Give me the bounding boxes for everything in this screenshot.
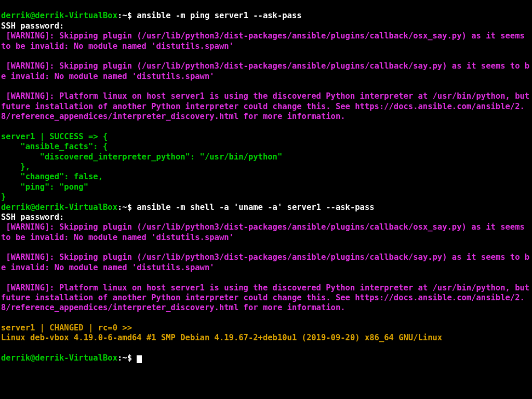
prompt-path: ~ — [122, 353, 127, 363]
prompt-sep: : — [117, 11, 122, 20]
warning-say-2: [WARNING]: Skipping plugin (/usr/lib/pyt… — [1, 252, 529, 272]
prompt-user-host: derrik@derrik-VirtualBox — [1, 11, 117, 20]
terminal-output[interactable]: derrik@derrik-VirtualBox:~$ ansible -m p… — [0, 0, 532, 365]
cursor[interactable] — [137, 355, 141, 364]
ssh-password-prompt: SSH password: — [1, 21, 64, 31]
ansible-success-output: server1 | SUCCESS => { "ansible_facts": … — [1, 132, 282, 202]
prompt-dollar: $ — [127, 203, 137, 212]
spacer — [1, 91, 6, 101]
warning-osx-say-2: [WARNING]: Skipping plugin (/usr/lib/pyt… — [1, 222, 529, 242]
uname-output: Linux deb-vbox 4.19.0-6-amd64 #1 SMP Deb… — [1, 333, 442, 342]
warning-interpreter-1: [WARNING]: Platform linux on host server… — [1, 91, 532, 121]
warning-say-1: [WARNING]: Skipping plugin (/usr/lib/pyt… — [1, 61, 529, 81]
prompt-path: ~ — [122, 11, 127, 20]
command-1: ansible -m ping server1 --ask-pass — [137, 11, 301, 20]
ssh-password-prompt: SSH password: — [1, 212, 64, 222]
warning-osx-say-1: [WARNING]: Skipping plugin (/usr/lib/pyt… — [1, 31, 529, 50]
prompt-dollar: $ — [127, 353, 137, 363]
prompt-sep: : — [117, 203, 122, 212]
ansible-changed-header: server1 | CHANGED | rc=0 >> — [1, 323, 132, 332]
warning-interpreter-2: [WARNING]: Platform linux on host server… — [1, 283, 532, 313]
command-2: ansible -m shell -a 'uname -a' server1 -… — [137, 203, 374, 212]
spacer — [1, 61, 6, 71]
prompt-sep: : — [117, 353, 122, 363]
prompt-user-host: derrik@derrik-VirtualBox — [1, 203, 117, 212]
spacer — [1, 222, 6, 232]
prompt-user-host: derrik@derrik-VirtualBox — [1, 353, 117, 363]
prompt-path: ~ — [122, 203, 127, 212]
prompt-dollar: $ — [127, 11, 137, 20]
spacer — [1, 31, 6, 41]
spacer — [1, 252, 6, 262]
spacer — [1, 283, 6, 292]
